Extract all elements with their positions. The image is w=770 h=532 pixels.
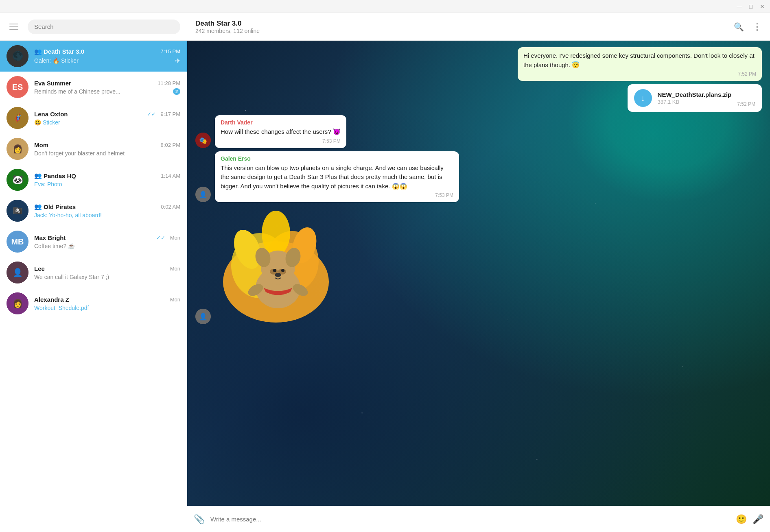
chat-preview-eva: Reminds me of a Chinese prove... 2 bbox=[34, 88, 180, 95]
message-sender-3: Darth Vader bbox=[221, 119, 341, 126]
svg-text:👩: 👩 bbox=[13, 299, 23, 308]
avatar-death-star: 🌑 bbox=[7, 45, 28, 67]
svg-text:🐼: 🐼 bbox=[12, 174, 24, 185]
chat-item-lee[interactable]: 👤 Lee Mon We can call it Galaxy Star 7 ;… bbox=[0, 257, 187, 288]
emoji-icon[interactable]: 🙂 bbox=[736, 514, 747, 525]
avatar-galen-erso: 👤 bbox=[195, 187, 211, 202]
svg-text:👩: 👩 bbox=[13, 144, 23, 154]
chat-name-row-alex: Alexandra Z Mon bbox=[34, 296, 180, 303]
hamburger-line-2 bbox=[9, 26, 18, 27]
close-button[interactable]: ✕ bbox=[759, 4, 765, 9]
chat-name-max: Max Bright bbox=[34, 234, 66, 241]
svg-text:👤: 👤 bbox=[199, 191, 207, 198]
avatar-galen-sticker: 👤 bbox=[195, 309, 211, 324]
chat-preview-mom: Don't forget your blaster and helmet bbox=[34, 150, 180, 157]
chat-info-lena: Lena Oxton ✓✓ 9:17 PM 😃 Sticker bbox=[34, 111, 180, 126]
message-bubble-4: Galen Erso This version can blow up two … bbox=[215, 151, 459, 203]
chat-item-death-star[interactable]: 🌑 👥 Death Star 3.0 7:15 PM Galen: 🔥 Stic… bbox=[0, 41, 187, 72]
chat-info-lee: Lee Mon We can call it Galaxy Star 7 ;) bbox=[34, 265, 180, 280]
chat-name-row-eva: Eva Summer 11:28 PM bbox=[34, 80, 180, 87]
chat-name-lee: Lee bbox=[34, 265, 45, 272]
avatar-pirates: 🏴‍☠️ bbox=[7, 200, 28, 222]
svg-text:👤: 👤 bbox=[13, 268, 23, 277]
chat-area: Death Star 3.0 242 members, 112 online 🔍… bbox=[187, 13, 770, 532]
chat-header-name: Death Star 3.0 bbox=[195, 20, 734, 28]
svg-text:🌑: 🌑 bbox=[12, 50, 24, 61]
group-icon-pirates: 👥 bbox=[34, 203, 42, 210]
chat-item-mom[interactable]: 👩 Mom 8:02 PM Don't forget your blaster … bbox=[0, 133, 187, 164]
more-options-icon[interactable]: ⋮ bbox=[752, 21, 762, 33]
message-text-4: This version can blow up two planets on … bbox=[221, 164, 453, 191]
app-container: 🌑 👥 Death Star 3.0 7:15 PM Galen: 🔥 Stic… bbox=[0, 13, 770, 532]
group-icon-death-star: 👥 bbox=[34, 48, 42, 55]
svg-point-32 bbox=[273, 269, 276, 272]
chat-time-max: Mon bbox=[170, 235, 180, 241]
chat-name-row-pandas: 👥 Pandas HQ 1:14 AM bbox=[34, 172, 180, 179]
chat-list: 🌑 👥 Death Star 3.0 7:15 PM Galen: 🔥 Stic… bbox=[0, 41, 187, 532]
message-row-3: 🎭 Darth Vader How will these changes aff… bbox=[195, 115, 762, 148]
chat-name-lena: Lena Oxton bbox=[34, 111, 68, 118]
file-bubble-2: ↓ NEW_DeathStar.plans.zip 387.1 KB 7:52 … bbox=[628, 84, 762, 112]
menu-button[interactable] bbox=[7, 20, 21, 34]
avatar-alexandra: 👩 bbox=[7, 292, 28, 314]
group-icon-pandas: 👥 bbox=[34, 172, 42, 179]
hamburger-line-3 bbox=[9, 29, 18, 30]
search-icon[interactable]: 🔍 bbox=[734, 22, 744, 32]
svg-text:🏴‍☠️: 🏴‍☠️ bbox=[13, 206, 23, 216]
chat-name-row-lee: Lee Mon bbox=[34, 265, 180, 272]
attach-icon[interactable]: 📎 bbox=[194, 514, 205, 525]
chat-preview-max: Coffee time? ☕ bbox=[34, 243, 180, 249]
file-info: NEW_DeathStar.plans.zip 387.1 KB bbox=[658, 91, 732, 105]
svg-text:🦸: 🦸 bbox=[13, 113, 23, 123]
avatar-lee: 👤 bbox=[7, 262, 28, 283]
minimize-button[interactable]: — bbox=[737, 4, 742, 9]
chat-time-eva: 11:28 PM bbox=[158, 80, 180, 86]
chat-time-pandas: 1:14 AM bbox=[161, 173, 180, 179]
chat-name-mom: Mom bbox=[34, 142, 48, 148]
chat-name-pandas: 👥 Pandas HQ bbox=[34, 172, 76, 179]
chat-item-pirates[interactable]: 🏴‍☠️ 👥 Old Pirates 0:02 AM Jack: Yo-ho-h… bbox=[0, 195, 187, 226]
hamburger-line-1 bbox=[9, 24, 18, 24]
message-bubble-3: Darth Vader How will these changes affec… bbox=[215, 115, 346, 148]
message-time-3: 7:53 PM bbox=[221, 138, 341, 144]
download-icon[interactable]: ↓ bbox=[634, 89, 652, 107]
chat-time-lena: 9:17 PM bbox=[161, 111, 180, 117]
message-sender-4: Galen Erso bbox=[221, 155, 453, 162]
chat-preview-lena: 😃 Sticker bbox=[34, 119, 180, 126]
svg-text:👤: 👤 bbox=[199, 313, 207, 321]
chat-preview-death-star: Galen: 🔥 Sticker ✈ bbox=[34, 57, 180, 65]
file-name: NEW_DeathStar.plans.zip bbox=[658, 91, 732, 98]
chat-header-info: Death Star 3.0 242 members, 112 online bbox=[195, 20, 734, 34]
sidebar-header bbox=[0, 13, 187, 41]
svg-point-25 bbox=[262, 211, 290, 255]
avatar-eva-summer: ES bbox=[7, 76, 28, 98]
microphone-icon[interactable]: 🎤 bbox=[752, 514, 763, 525]
message-row-2: ↓ NEW_DeathStar.plans.zip 387.1 KB 7:52 … bbox=[195, 84, 762, 112]
chat-name-pirates: 👥 Old Pirates bbox=[34, 203, 76, 210]
message-text-3: How will these changes affect the users?… bbox=[221, 127, 341, 137]
chat-item-pandas[interactable]: 🐼 👥 Pandas HQ 1:14 AM Eva: Photo bbox=[0, 164, 187, 195]
avatar-mom: 👩 bbox=[7, 138, 28, 160]
chat-time-mom: 8:02 PM bbox=[161, 142, 180, 148]
search-input[interactable] bbox=[28, 20, 180, 34]
chat-item-lena[interactable]: 🦸 Lena Oxton ✓✓ 9:17 PM 😃 Sticker bbox=[0, 102, 187, 133]
chat-item-max[interactable]: MB Max Bright ✓✓ Mon Coffee time? ☕ bbox=[0, 226, 187, 257]
sidebar: 🌑 👥 Death Star 3.0 7:15 PM Galen: 🔥 Stic… bbox=[0, 13, 187, 532]
avatar-pandas: 🐼 bbox=[7, 169, 28, 191]
svg-point-34 bbox=[275, 273, 281, 277]
message-text-1: Hi everyone. I've redesigned some key st… bbox=[523, 51, 756, 70]
chat-info-alexandra: Alexandra Z Mon Workout_Shedule.pdf bbox=[34, 296, 180, 311]
message-input[interactable] bbox=[210, 516, 730, 523]
chat-name-row: 👥 Death Star 3.0 7:15 PM bbox=[34, 48, 180, 55]
chat-header-subtitle: 242 members, 112 online bbox=[195, 28, 734, 34]
chat-info-pandas: 👥 Pandas HQ 1:14 AM Eva: Photo bbox=[34, 172, 180, 188]
chat-item-alexandra[interactable]: 👩 Alexandra Z Mon Workout_Shedule.pdf bbox=[0, 288, 187, 319]
chat-name-eva: Eva Summer bbox=[34, 80, 71, 87]
maximize-button[interactable]: □ bbox=[748, 4, 754, 9]
chat-time-alexandra: Mon bbox=[170, 297, 180, 303]
chat-item-eva-summer[interactable]: ES Eva Summer 11:28 PM Reminds me of a C… bbox=[0, 72, 187, 102]
chat-time-death-star: 7:15 PM bbox=[161, 48, 180, 55]
chat-preview-pirates: Jack: Yo-ho-ho, all aboard! bbox=[34, 212, 180, 218]
chat-info-pirates: 👥 Old Pirates 0:02 AM Jack: Yo-ho-ho, al… bbox=[34, 203, 180, 218]
chat-name-row-mom: Mom 8:02 PM bbox=[34, 142, 180, 148]
